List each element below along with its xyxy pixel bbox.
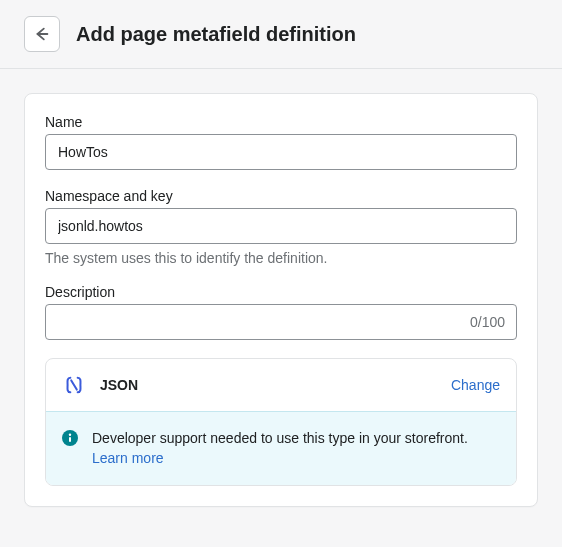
content-area: Name Namespace and key The system uses t… [0, 69, 562, 531]
name-label: Name [45, 114, 517, 130]
name-input[interactable] [45, 134, 517, 170]
namespace-input[interactable] [45, 208, 517, 244]
name-field: Name [45, 114, 517, 170]
info-icon [62, 430, 78, 446]
learn-more-link[interactable]: Learn more [92, 450, 164, 466]
namespace-help-text: The system uses this to identify the def… [45, 250, 517, 266]
type-header: JSON Change [46, 359, 516, 411]
description-input[interactable] [45, 304, 517, 340]
banner-content: Developer support needed to use this typ… [92, 428, 468, 469]
page-title: Add page metafield definition [76, 23, 356, 46]
page-header: Add page metafield definition [0, 0, 562, 69]
change-type-button[interactable]: Change [451, 377, 500, 393]
svg-point-1 [69, 434, 71, 436]
description-field: Description 0/100 [45, 284, 517, 340]
type-selector: JSON Change Developer support needed to … [45, 358, 517, 486]
developer-support-banner: Developer support needed to use this typ… [46, 411, 516, 485]
arrow-left-icon [33, 25, 51, 43]
type-info: JSON [62, 373, 138, 397]
description-label: Description [45, 284, 517, 300]
definition-card: Name Namespace and key The system uses t… [24, 93, 538, 507]
json-icon [62, 373, 86, 397]
back-button[interactable] [24, 16, 60, 52]
banner-message: Developer support needed to use this typ… [92, 430, 468, 446]
namespace-label: Namespace and key [45, 188, 517, 204]
type-label: JSON [100, 377, 138, 393]
svg-rect-2 [69, 437, 71, 442]
namespace-field: Namespace and key The system uses this t… [45, 188, 517, 266]
